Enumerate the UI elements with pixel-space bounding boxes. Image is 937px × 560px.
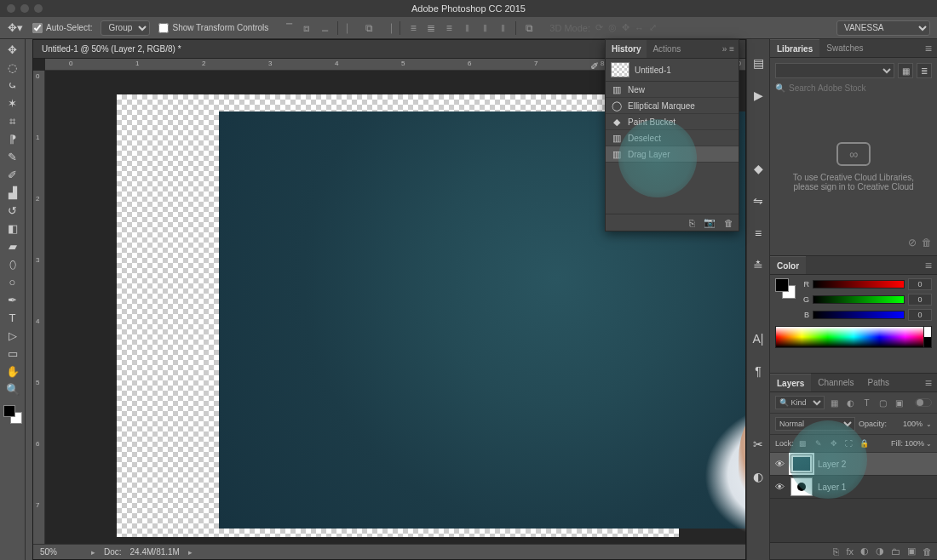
lock-pixels-icon[interactable]: ✎ (813, 437, 825, 449)
sharpen-icon[interactable]: ◆ (750, 160, 767, 177)
tab-history[interactable]: History (606, 40, 647, 58)
scale-3d-icon[interactable]: ⤢ (649, 22, 657, 33)
library-select[interactable] (775, 63, 894, 78)
eyedropper-tool[interactable]: ⁋ (3, 130, 23, 148)
cloud-link-icon[interactable]: ⊘ (908, 237, 917, 249)
align-left-icon[interactable]: ⎸ (344, 21, 358, 35)
auto-align-icon[interactable]: ⧉ (522, 21, 536, 35)
layer-thumbnail[interactable] (790, 477, 813, 496)
minimize-window-icon[interactable] (20, 4, 29, 13)
paragraph-icon[interactable]: ¶ (750, 363, 767, 380)
stock-search-input[interactable] (789, 83, 932, 93)
link-layers-icon[interactable]: ⎘ (833, 546, 839, 557)
new-layer-icon[interactable]: ▣ (907, 546, 916, 557)
type-tool[interactable]: T (3, 309, 23, 327)
shape-tool[interactable]: ▭ (3, 345, 23, 363)
zoom-window-icon[interactable] (34, 4, 43, 13)
workspace-select[interactable]: VANESSA (836, 20, 930, 36)
dist-bottom-icon[interactable]: ≡ (442, 21, 456, 35)
panel-menu-icon[interactable]: ≡ (920, 256, 937, 274)
align-bottom-icon[interactable]: ⎽ (318, 21, 331, 35)
g-value[interactable]: 0 (908, 294, 932, 306)
lock-artboard-icon[interactable]: ⛶ (843, 437, 855, 449)
fill-value[interactable]: 100% (905, 439, 924, 448)
filter-shape-icon[interactable]: ▢ (877, 397, 889, 409)
panel-menu-icon[interactable]: ≡ (920, 374, 937, 391)
swap-icon[interactable]: ⇋ (750, 192, 767, 209)
text-icon[interactable]: A| (750, 330, 767, 347)
lock-position-icon[interactable]: ✥ (828, 437, 840, 449)
tab-layers[interactable]: Layers (770, 374, 811, 391)
tab-libraries[interactable]: Libraries (770, 39, 819, 57)
orbit-3d-icon[interactable]: ⟳ (595, 22, 603, 33)
visibility-eye-icon[interactable]: 👁 (773, 459, 785, 469)
b-value[interactable]: 0 (908, 309, 932, 321)
tab-swatches[interactable]: Swatches (819, 39, 870, 57)
eraser-tool[interactable]: ◧ (3, 220, 23, 237)
delete-layer-icon[interactable]: 🗑 (923, 546, 932, 557)
fg-bg-swatch[interactable] (775, 278, 796, 299)
group-icon[interactable]: 🗀 (891, 546, 900, 557)
tab-paths[interactable]: Paths (861, 374, 897, 391)
scissors-icon[interactable]: ✂ (750, 436, 767, 453)
history-item[interactable]: ◆Paint Bucket (606, 114, 739, 130)
layer-name[interactable]: Layer 1 (818, 483, 846, 492)
lasso-tool[interactable]: ⤿ (3, 77, 23, 94)
align-vcenter-icon[interactable]: ⧈ (300, 21, 313, 35)
filter-toggle[interactable] (915, 398, 932, 407)
r-slider[interactable] (813, 280, 905, 289)
history-item[interactable]: ◯Elliptical Marquee (606, 98, 739, 114)
align-hcenter-icon[interactable]: ⧉ (362, 21, 376, 35)
brush-tool[interactable]: ✐ (3, 166, 23, 184)
path-select-tool[interactable]: ▷ (3, 327, 23, 345)
clone-stamp-tool[interactable]: ▟ (3, 184, 23, 202)
opacity-value[interactable]: 100% (890, 420, 923, 428)
doc-chevron-icon[interactable]: ▸ (188, 548, 193, 557)
b-slider[interactable] (813, 311, 905, 319)
history-item[interactable]: ▥Drag Layer (606, 146, 739, 163)
show-transform-input[interactable] (158, 23, 169, 33)
filter-adjust-icon[interactable]: ◐ (844, 397, 857, 409)
layer-row[interactable]: 👁Layer 1 (770, 476, 937, 499)
tab-color[interactable]: Color (770, 256, 806, 274)
play-icon[interactable]: ▶ (750, 87, 767, 104)
auto-select-input[interactable] (32, 23, 43, 33)
auto-select-mode[interactable]: Group (101, 20, 150, 36)
gradient-tool[interactable]: ▰ (3, 237, 23, 255)
history-item[interactable]: ▥New (606, 82, 739, 98)
slide-3d-icon[interactable]: ↔ (635, 23, 644, 33)
pen-tool[interactable]: ✒ (3, 291, 23, 309)
zoom-readout[interactable]: 50% (40, 547, 83, 557)
tool-preset-icon[interactable]: ✥▾ (7, 21, 24, 34)
show-transform-checkbox[interactable]: Show Transform Controls (158, 23, 268, 33)
align-right-icon[interactable]: ⎹ (380, 21, 394, 35)
fx-icon[interactable]: fx (846, 546, 854, 557)
blur-tool[interactable]: ⬯ (3, 255, 23, 273)
auto-select-checkbox[interactable]: Auto-Select: (32, 23, 92, 33)
visibility-eye-icon[interactable]: 👁 (773, 482, 785, 492)
marquee-tool[interactable]: ◌ (3, 59, 23, 77)
tab-channels[interactable]: Channels (811, 374, 860, 391)
roll-3d-icon[interactable]: ◎ (608, 22, 617, 33)
circle-icon[interactable]: ◐ (750, 468, 767, 485)
zoom-tool[interactable]: 🔍 (3, 380, 23, 398)
pan-3d-icon[interactable]: ✥ (622, 22, 629, 33)
adjust-icon[interactable]: ≛ (750, 257, 767, 274)
history-brush-tool[interactable]: ↺ (3, 202, 23, 220)
adjustment-icon[interactable]: ◑ (876, 546, 884, 557)
color-spectrum[interactable] (775, 326, 932, 348)
vertical-ruler[interactable]: 012345678 (33, 71, 45, 544)
sliders-icon[interactable]: ≡ (750, 225, 767, 242)
align-top-icon[interactable]: ⎺ (282, 21, 296, 35)
fg-bg-color-swatch[interactable] (3, 405, 22, 424)
create-doc-icon[interactable]: ⎘ (689, 218, 695, 228)
trash-icon[interactable]: 🗑 (922, 237, 932, 249)
fg-swatch[interactable] (775, 278, 789, 292)
delete-history-icon[interactable]: 🗑 (724, 218, 733, 228)
history-brush-marker-icon[interactable]: ✐ (590, 60, 604, 72)
quick-select-tool[interactable]: ✶ (3, 94, 23, 112)
workspace-dropdown[interactable]: VANESSA (836, 20, 930, 36)
blend-mode-select[interactable]: Normal (775, 417, 855, 431)
move-tool[interactable]: ✥ (3, 41, 23, 59)
layer-filter-kind[interactable]: 🔍 Kind (775, 396, 825, 409)
